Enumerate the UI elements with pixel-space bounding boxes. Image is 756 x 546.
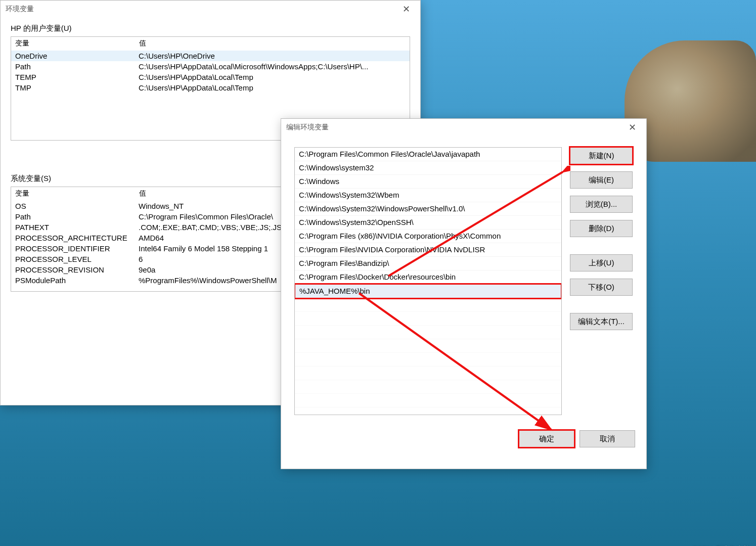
list-item[interactable]: C:\Windows\System32\WindowsPowerShell\v1… [295,202,561,216]
cancel-button[interactable]: 取消 [580,430,635,447]
path-entries-list[interactable]: C:\Program Files\Common Files\Oracle\Jav… [294,147,562,415]
list-item[interactable]: C:\Program Files (x86)\NVIDIA Corporatio… [295,230,561,243]
list-item-blank[interactable] [295,339,561,353]
list-item[interactable]: C:\Windows [295,175,561,189]
column-header-var[interactable]: 变量 [11,37,135,50]
dialog-title: 编辑环境变量 [286,123,624,132]
list-item[interactable]: C:\Program Files\Bandizip\ [295,257,561,270]
table-row[interactable]: PathC:\Users\HP\AppData\Local\Microsoft\… [11,61,410,72]
new-entry-button[interactable]: 新建(N) [570,147,633,164]
list-item-blank[interactable] [295,326,561,339]
list-item-selected[interactable]: %JAVA_HOME%\bin [295,284,561,298]
list-item[interactable]: C:\Program Files\Common Files\Oracle\Jav… [295,148,561,161]
column-header-val[interactable]: 值 [135,37,410,50]
list-item[interactable]: C:\Program Files\Docker\Docker\resources… [295,270,561,284]
list-item-blank[interactable] [295,380,561,394]
list-item-blank[interactable] [295,312,561,326]
edit-env-var-dialog: 编辑环境变量 ✕ C:\Program Files\Common Files\O… [281,118,647,469]
table-row[interactable]: OneDriveC:\Users\HP\OneDrive [11,51,410,61]
list-item-blank[interactable] [295,367,561,380]
move-down-button[interactable]: 下移(O) [570,279,633,296]
column-header-var[interactable]: 变量 [11,187,135,200]
delete-entry-button[interactable]: 删除(D) [570,220,633,237]
ok-button[interactable]: 确定 [519,430,574,447]
table-row[interactable]: TMPC:\Users\HP\AppData\Local\Temp [11,82,410,93]
list-item[interactable]: C:\Windows\system32 [295,161,561,175]
list-item-blank[interactable] [295,394,561,407]
list-item-blank[interactable] [295,407,561,415]
titlebar[interactable]: 编辑环境变量 ✕ [281,119,646,136]
user-vars-label: HP 的用户变量(U) [11,24,410,33]
list-item[interactable]: C:\Windows\System32\Wbem [295,189,561,202]
list-item[interactable]: C:\Windows\System32\OpenSSH\ [295,216,561,230]
edit-entry-button[interactable]: 编辑(E) [570,171,633,189]
close-icon[interactable]: ✕ [397,3,415,16]
list-item-blank[interactable] [295,298,561,312]
table-row[interactable]: TEMPC:\Users\HP\AppData\Local\Temp [11,72,410,82]
edit-text-button[interactable]: 编辑文本(T)... [570,313,633,330]
close-icon[interactable]: ✕ [624,121,641,134]
titlebar[interactable]: 环境变量 ✕ [1,1,420,18]
dialog-title: 环境变量 [6,5,397,14]
move-up-button[interactable]: 上移(U) [570,254,633,271]
list-item-blank[interactable] [295,353,561,367]
list-item[interactable]: C:\Program Files\NVIDIA Corporation\NVID… [295,243,561,257]
browse-button[interactable]: 浏览(B)... [570,196,633,213]
